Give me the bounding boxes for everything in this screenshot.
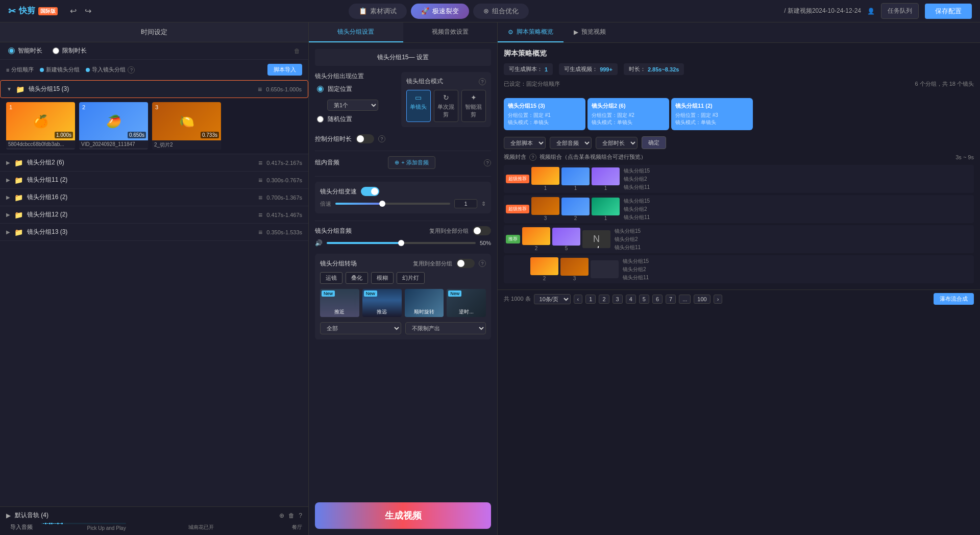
filter-duration-select[interactable]: 全部时长 — [596, 137, 638, 149]
group-header-2[interactable]: 📁 镜头分组2 (6) ≡ 0.417s-2.167s — [0, 154, 308, 171]
trans-thumb-0[interactable]: New 推近 — [320, 289, 359, 317]
group-header-12[interactable]: 📁 镜头分组12 (2) ≡ 0.417s-1.467s — [0, 206, 308, 223]
shot-2[interactable]: 🥭 2 0.650s VID_20240928_111847 — [79, 102, 148, 150]
add-track-icon[interactable]: ⊕ — [279, 512, 284, 519]
combo-single-mix[interactable]: ↻ 单次混剪 — [434, 90, 458, 122]
video-col-thumb-0-0: 1 — [531, 167, 559, 191]
group-menu-icon-11[interactable]: ≡ — [258, 176, 262, 184]
volume-thumb[interactable] — [398, 240, 404, 246]
group-header-11[interactable]: 📁 镜头分组11 (2) ≡ 0.300s-0.767s — [0, 172, 308, 188]
group-menu-icon-12[interactable]: ≡ — [258, 211, 262, 219]
group-header-16[interactable]: 📁 镜头分组16 (2) ≡ 0.700s-1.367s — [0, 189, 308, 206]
group-card-1[interactable]: 镜头分组2 (6) 分组位置：固定 #2 镜头模式：单镜头 — [587, 98, 669, 130]
combo-smart-mix[interactable]: ✦ 智能混剪 — [461, 90, 486, 122]
trans-tag-3[interactable]: 幻片灯 — [397, 272, 425, 284]
video-row-2[interactable]: 推荐 2 5 N II — [504, 225, 974, 253]
import-group-btn[interactable]: 导入镜头分组 ? — [86, 66, 135, 74]
tab-combo[interactable]: ⊗ 组合优化 — [473, 4, 529, 19]
trans-tag-1[interactable]: 叠化 — [346, 272, 368, 284]
trans-thumb-2[interactable]: 顺时旋转 — [405, 289, 444, 317]
group-menu-icon-15[interactable]: ≡ — [258, 85, 262, 93]
speed-arrows[interactable]: ⇕ — [481, 201, 486, 207]
filter-limit-select[interactable]: 不限制产出 — [405, 322, 486, 334]
group-header-13[interactable]: 📁 镜头分组13 (3) ≡ 0.350s-1.533s — [0, 224, 308, 240]
tab-speed[interactable]: 🚀 极速裂变 — [411, 4, 469, 19]
page-1[interactable]: 1 — [585, 295, 596, 304]
page-3[interactable]: 3 — [612, 295, 623, 304]
shot-audio-toggle[interactable] — [473, 226, 491, 235]
tab-material[interactable]: 📋 素材调试 — [349, 4, 407, 19]
group-menu-icon-16[interactable]: ≡ — [258, 193, 262, 202]
shot-3[interactable]: 🍋 3 0.733s 2_切片2 — [152, 102, 221, 150]
page-100[interactable]: 100 — [694, 295, 710, 304]
control-duration-toggle[interactable] — [356, 134, 374, 143]
save-button[interactable]: 保存配置 — [925, 4, 972, 19]
queue-button[interactable]: 任务队列 — [881, 3, 919, 19]
transition-toggle[interactable] — [456, 259, 475, 268]
group-audio-help[interactable]: ? — [484, 159, 491, 166]
fixed-position-option[interactable]: 固定位置 — [317, 85, 395, 93]
add-audio-button[interactable]: ⊕ + 添加音频 — [388, 156, 435, 169]
delete-track-icon[interactable]: 🗑 — [288, 512, 295, 519]
speed-toggle[interactable] — [361, 187, 379, 196]
filter-all-select[interactable]: 全部 — [320, 322, 401, 334]
random-position-option[interactable]: 随机位置 — [317, 115, 395, 124]
trans-tag-0[interactable]: 运镜 — [320, 272, 342, 284]
delete-icon[interactable]: 🗑 — [294, 47, 300, 55]
tab-group-settings[interactable]: 镜头分组设置 — [309, 22, 403, 42]
limit-duration-input[interactable] — [53, 47, 59, 54]
per-page-select[interactable]: 10条/页 — [534, 294, 571, 304]
combo-mode-help[interactable]: ? — [479, 78, 486, 85]
group-menu-icon-13[interactable]: ≡ — [258, 228, 262, 236]
waveform-1[interactable]: 30.000s — [41, 523, 126, 524]
video-row-3[interactable]: 2 3 镜头分组15 镜头分组2 镜头分组11 — [504, 255, 974, 283]
page-2[interactable]: 2 — [599, 295, 609, 304]
import-script-button[interactable]: 脚本导入 — [267, 64, 302, 76]
fixed-position-radio[interactable] — [317, 86, 324, 92]
page-4[interactable]: 4 — [626, 295, 636, 304]
new-group-btn[interactable]: 新建镜头分组 — [40, 66, 80, 74]
tab-preview[interactable]: ▶ 预览视频 — [564, 22, 616, 42]
group-menu-icon-2[interactable]: ≡ — [258, 159, 262, 167]
group-card-2[interactable]: 镜头分组11 (2) 分组位置：固定 #3 镜头模式：单镜头 — [671, 98, 753, 130]
filter-audio-select[interactable]: 全部音频 — [550, 137, 592, 149]
trans-thumb-3[interactable]: New 逆时... — [447, 289, 486, 317]
sort-group[interactable]: ≡ 分组顺序 — [6, 66, 34, 74]
page-prev[interactable]: ‹ — [574, 295, 583, 304]
tab-script-overview[interactable]: ⚙ 脚本策略概览 — [498, 22, 564, 42]
redo-button[interactable]: ↪ — [83, 4, 93, 18]
limit-duration-radio[interactable]: 限制时长 — [53, 46, 87, 55]
speed-slider-thumb[interactable] — [379, 201, 385, 207]
waterfall-button[interactable]: 瀑布流合成 — [934, 293, 974, 305]
group-header-15[interactable]: 📁 镜头分组15 (3) ≡ 0.650s-1.000s — [0, 80, 308, 98]
control-duration-help[interactable]: ? — [378, 135, 385, 142]
smart-duration-input[interactable] — [8, 47, 15, 54]
page-7[interactable]: 7 — [666, 295, 676, 304]
group-card-0[interactable]: 镜头分组15 (3) 分组位置：固定 #1 镜头模式：单镜头 — [504, 98, 585, 130]
video-row-0[interactable]: 超级推荐 1 1 1 镜头分组15 镜头分组2 — [504, 165, 974, 193]
undo-button[interactable]: ↩ — [68, 4, 79, 18]
page-next[interactable]: › — [714, 295, 723, 304]
speed-slider-track[interactable] — [335, 203, 450, 205]
speed-input[interactable] — [454, 199, 477, 208]
generate-button[interactable]: 生成视频 — [315, 502, 491, 529]
page-5[interactable]: 5 — [639, 295, 649, 304]
filter-script-select[interactable]: 全部脚本 — [504, 137, 546, 149]
combo-help-icon[interactable]: ? — [529, 154, 536, 161]
random-position-radio[interactable] — [317, 116, 324, 123]
volume-slider[interactable] — [327, 242, 476, 244]
position-select[interactable]: 第1个 — [327, 100, 378, 111]
help-track-icon[interactable]: ? — [299, 512, 302, 519]
tab-video-effects[interactable]: 视频音效设置 — [403, 22, 498, 42]
combo-single-shot[interactable]: ▭ 单镜头 — [406, 90, 431, 122]
smart-duration-radio[interactable]: 智能时长 — [8, 46, 42, 55]
video-row-1[interactable]: 超级推荐 3 2 1 镜头分组15 镜头分组2 — [504, 195, 974, 223]
trans-thumb-1[interactable]: New 推远 — [362, 289, 402, 317]
transition-help[interactable]: ? — [479, 260, 486, 267]
confirm-button[interactable]: 确定 — [642, 136, 666, 149]
overview-desc-row: 已设定：固定分组顺序 6 个分组，共 18 个镜头 — [504, 80, 974, 93]
page-6[interactable]: 6 — [652, 295, 663, 304]
import-group-help[interactable]: ? — [128, 66, 135, 74]
trans-tag-2[interactable]: 模糊 — [371, 272, 394, 284]
shot-1[interactable]: 🍊 1 1.000s 5804dcbcc68b0fdb3ab... — [6, 102, 75, 150]
